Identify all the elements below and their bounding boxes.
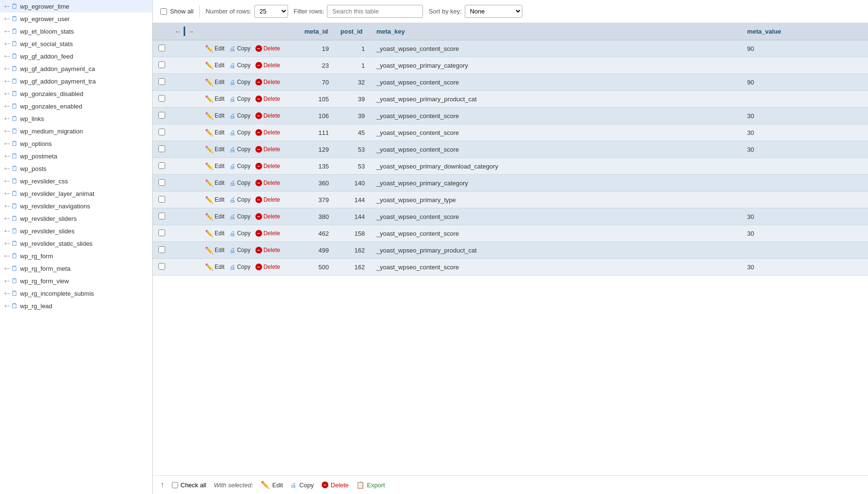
row-checkbox[interactable] — [158, 129, 165, 135]
sidebar-item[interactable]: +− 🗒 wp_options — [0, 137, 152, 150]
row-checkbox[interactable] — [158, 162, 165, 169]
delete-button[interactable]: − Delete — [254, 162, 282, 170]
sidebar-item[interactable]: +− 🗒 wp_revslider_sliders — [0, 212, 152, 225]
copy-button[interactable]: 🖨 Copy — [228, 229, 252, 238]
edit-button[interactable]: ✏️ Edit — [204, 61, 226, 70]
delete-button[interactable]: − Delete — [254, 112, 282, 120]
sidebar-item[interactable]: +− 🗒 wp_rg_incomplete_submis — [0, 287, 152, 300]
delete-button[interactable]: − Delete — [254, 129, 282, 136]
row-checkbox[interactable] — [158, 246, 165, 253]
copy-button[interactable]: 🖨 Copy — [228, 213, 252, 221]
row-checkbox[interactable] — [158, 229, 165, 236]
delete-button[interactable]: − Delete — [254, 78, 282, 86]
sidebar-item[interactable]: +− 🗒 wp_revslider_static_slides — [0, 237, 152, 250]
search-input[interactable] — [327, 5, 423, 18]
sidebar-item[interactable]: +− 🗒 wp_gonzales_disabled — [0, 87, 152, 100]
edit-button[interactable]: ✏️ Edit — [204, 111, 226, 120]
expand-icon: +− — [4, 216, 10, 221]
footer-export-button[interactable]: 📋 Export — [356, 481, 385, 489]
edit-button[interactable]: ✏️ Edit — [204, 229, 226, 238]
copy-button[interactable]: 🖨 Copy — [228, 246, 252, 254]
row-checkbox[interactable] — [158, 112, 165, 119]
edit-button[interactable]: ✏️ Edit — [204, 44, 226, 53]
col-header-meta-key[interactable]: meta_key — [371, 23, 741, 40]
sidebar-item[interactable]: +− 🗒 wp_rg_lead — [0, 300, 152, 312]
edit-button[interactable]: ✏️ Edit — [204, 95, 226, 103]
copy-button[interactable]: 🖨 Copy — [228, 95, 252, 103]
col-header-meta-id[interactable]: meta_id — [299, 23, 335, 40]
copy-button[interactable]: 🖨 Copy — [228, 129, 252, 137]
sidebar-item[interactable]: +− 🗒 wp_revslider_slides — [0, 225, 152, 237]
sidebar-item[interactable]: +− 🗒 wp_rg_form_view — [0, 275, 152, 287]
row-checkbox[interactable] — [158, 213, 165, 219]
delete-button[interactable]: − Delete — [254, 45, 282, 52]
edit-button[interactable]: ✏️ Edit — [204, 263, 226, 271]
edit-button[interactable]: ✏️ Edit — [204, 145, 226, 154]
show-all-checkbox[interactable] — [160, 8, 167, 15]
sidebar-item[interactable]: +− 🗒 wp_egrower_time — [0, 0, 152, 12]
delete-button[interactable]: − Delete — [254, 95, 282, 103]
footer-copy-button[interactable]: 🖨 Copy — [290, 482, 313, 489]
sidebar-item[interactable]: +− 🗒 wp_gonzales_enabled — [0, 100, 152, 112]
edit-button[interactable]: ✏️ Edit — [204, 195, 226, 204]
row-checkbox[interactable] — [158, 95, 165, 102]
row-checkbox[interactable] — [158, 196, 165, 203]
cell-meta-id: 70 — [299, 74, 335, 91]
sidebar-item[interactable]: +− 🗒 wp_medium_migration — [0, 125, 152, 137]
delete-button[interactable]: − Delete — [254, 179, 282, 187]
check-all-control[interactable]: Check all — [172, 482, 206, 489]
edit-button[interactable]: ✏️ Edit — [204, 162, 226, 170]
num-rows-select[interactable]: 2550100250 — [254, 5, 288, 18]
sidebar-item[interactable]: +− 🗒 wp_revslider_navigations — [0, 200, 152, 212]
edit-button[interactable]: ✏️ Edit — [204, 212, 226, 221]
sidebar-item[interactable]: +− 🗒 wp_rg_form — [0, 250, 152, 262]
sidebar-item[interactable]: +− 🗒 wp_posts — [0, 162, 152, 175]
row-checkbox[interactable] — [158, 263, 165, 270]
sidebar-item[interactable]: +− 🗒 wp_links — [0, 112, 152, 125]
sidebar-item[interactable]: +− 🗒 wp_gf_addon_feed — [0, 50, 152, 62]
sidebar-item[interactable]: +− 🗒 wp_postmeta — [0, 150, 152, 162]
copy-button[interactable]: 🖨 Copy — [228, 179, 252, 187]
copy-label: Copy — [237, 213, 251, 220]
copy-button[interactable]: 🖨 Copy — [228, 145, 252, 154]
row-checkbox[interactable] — [158, 78, 165, 85]
sidebar-item[interactable]: +− 🗒 wp_egrower_user — [0, 12, 152, 25]
copy-button[interactable]: 🖨 Copy — [228, 61, 252, 70]
edit-button[interactable]: ✏️ Edit — [204, 128, 226, 137]
col-header-resize[interactable]: ← ┃ → — [171, 23, 198, 40]
delete-button[interactable]: − Delete — [254, 196, 282, 204]
copy-button[interactable]: 🖨 Copy — [228, 162, 252, 170]
copy-button[interactable]: 🖨 Copy — [228, 45, 252, 53]
delete-button[interactable]: − Delete — [254, 145, 282, 153]
delete-button[interactable]: − Delete — [254, 246, 282, 254]
sidebar-item[interactable]: +− 🗒 wp_revslider_layer_animat — [0, 187, 152, 200]
col-header-post-id[interactable]: post_id — [335, 23, 371, 40]
footer-edit-button[interactable]: ✏️ Edit — [261, 481, 283, 489]
row-checkbox[interactable] — [158, 45, 165, 51]
delete-button[interactable]: − Delete — [254, 61, 282, 69]
sidebar-item[interactable]: +− 🗒 wp_et_bloom_stats — [0, 25, 152, 37]
delete-button[interactable]: − Delete — [254, 263, 282, 271]
copy-button[interactable]: 🖨 Copy — [228, 263, 252, 271]
copy-button[interactable]: 🖨 Copy — [228, 112, 252, 120]
footer-up-arrow[interactable]: ↑ — [160, 481, 164, 489]
edit-button[interactable]: ✏️ Edit — [204, 78, 226, 86]
delete-button[interactable]: − Delete — [254, 213, 282, 220]
row-checkbox[interactable] — [158, 145, 165, 152]
col-header-meta-value[interactable]: meta_value — [741, 23, 868, 40]
sort-select[interactable]: Nonemeta_idpost_idmeta_keymeta_value — [465, 5, 522, 18]
row-checkbox[interactable] — [158, 61, 165, 68]
footer-delete-button[interactable]: − Delete — [322, 482, 349, 489]
copy-button[interactable]: 🖨 Copy — [228, 196, 252, 204]
copy-button[interactable]: 🖨 Copy — [228, 78, 252, 86]
sidebar-item[interactable]: +− 🗒 wp_rg_form_meta — [0, 262, 152, 275]
delete-button[interactable]: − Delete — [254, 229, 282, 237]
sidebar-item[interactable]: +− 🗒 wp_gf_addon_payment_tra — [0, 75, 152, 87]
edit-button[interactable]: ✏️ Edit — [204, 179, 226, 187]
row-checkbox[interactable] — [158, 179, 165, 186]
sidebar-item[interactable]: +− 🗒 wp_et_social_stats — [0, 37, 152, 50]
sidebar-item[interactable]: +− 🗒 wp_gf_addon_payment_ca — [0, 62, 152, 75]
check-all-checkbox[interactable] — [172, 482, 178, 488]
sidebar-item[interactable]: +− 🗒 wp_revslider_css — [0, 175, 152, 187]
edit-button[interactable]: ✏️ Edit — [204, 246, 226, 254]
